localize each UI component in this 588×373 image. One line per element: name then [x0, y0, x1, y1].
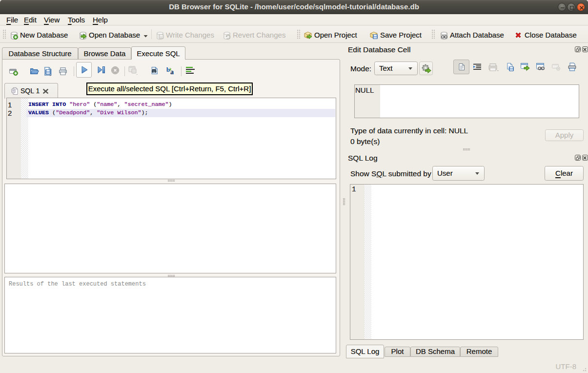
svg-text:b: b	[166, 66, 170, 73]
